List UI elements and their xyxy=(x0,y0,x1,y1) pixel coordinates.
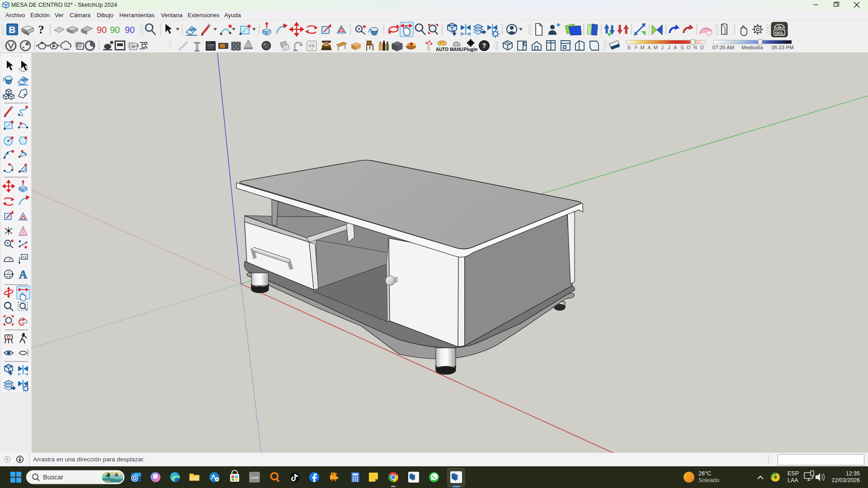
svg-text:ESP: ESP xyxy=(788,470,799,477)
svg-text:Plugin: Plugin xyxy=(464,47,478,52)
svg-text:M: M xyxy=(653,45,657,50)
svg-text:?: ? xyxy=(482,42,486,49)
svg-text:LAA: LAA xyxy=(788,477,798,483)
svg-text:A: A xyxy=(19,268,27,281)
svg-text:F: F xyxy=(635,45,638,50)
svg-text:O: O xyxy=(687,45,691,50)
svg-text:A: A xyxy=(647,45,651,50)
svg-text:Soleado: Soleado xyxy=(698,477,719,483)
svg-text:B: B xyxy=(9,25,15,35)
svg-text:S: S xyxy=(680,45,684,50)
svg-text:N: N xyxy=(693,45,697,50)
svg-text:Mediodía: Mediodía xyxy=(741,45,763,50)
svg-text:A1: A1 xyxy=(22,255,27,259)
svg-text:07:35 AM: 07:35 AM xyxy=(712,45,735,50)
svg-text:90: 90 xyxy=(97,25,107,35)
svg-text:A B: A B xyxy=(6,275,10,278)
svg-text:12:35: 12:35 xyxy=(846,470,860,477)
svg-text:90: 90 xyxy=(110,25,120,35)
svg-text:05:33 PM: 05:33 PM xyxy=(771,45,793,50)
svg-text:J: J xyxy=(668,45,670,50)
svg-text:J: J xyxy=(661,45,664,50)
svg-text:AUTO: AUTO xyxy=(436,47,448,52)
svg-text:?: ? xyxy=(38,23,44,36)
svg-text:90: 90 xyxy=(125,25,135,35)
svg-text:M: M xyxy=(640,45,644,50)
svg-text:E: E xyxy=(627,45,631,50)
svg-text:D: D xyxy=(700,45,704,50)
svg-text:OCL: OCL xyxy=(775,31,784,35)
svg-text:Buscar: Buscar xyxy=(43,474,63,481)
svg-text:Live: Live xyxy=(250,475,258,480)
svg-text:MANU: MANU xyxy=(450,47,463,52)
svg-text:26°C: 26°C xyxy=(698,470,711,477)
svg-text:A: A xyxy=(674,45,677,50)
svg-text:C: C xyxy=(8,271,10,273)
svg-text:22/03/2026: 22/03/2026 xyxy=(831,477,860,483)
